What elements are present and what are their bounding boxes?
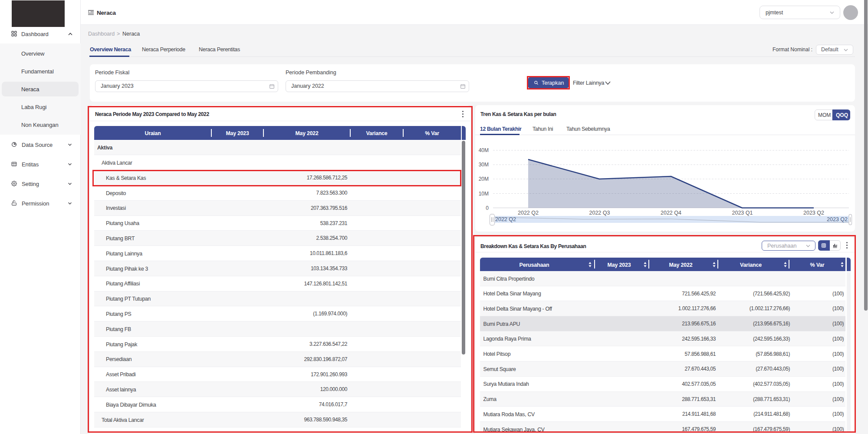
svg-text:20M: 20M — [479, 176, 489, 182]
svg-text:2022 Q2: 2022 Q2 — [518, 210, 539, 216]
svg-text:2022 Q2: 2022 Q2 — [495, 216, 516, 222]
svg-text:2022 Q3: 2022 Q3 — [589, 210, 610, 216]
svg-text:10M: 10M — [479, 191, 489, 197]
svg-text:2023 Q2: 2023 Q2 — [803, 210, 824, 216]
svg-text:40M: 40M — [479, 147, 489, 153]
svg-text:30M: 30M — [479, 162, 489, 168]
svg-text:2022 Q4: 2022 Q4 — [661, 210, 681, 216]
svg-text:0: 0 — [486, 205, 489, 211]
svg-text:2023 Q1: 2023 Q1 — [732, 210, 753, 216]
svg-text:2023 Q2: 2023 Q2 — [827, 216, 848, 222]
